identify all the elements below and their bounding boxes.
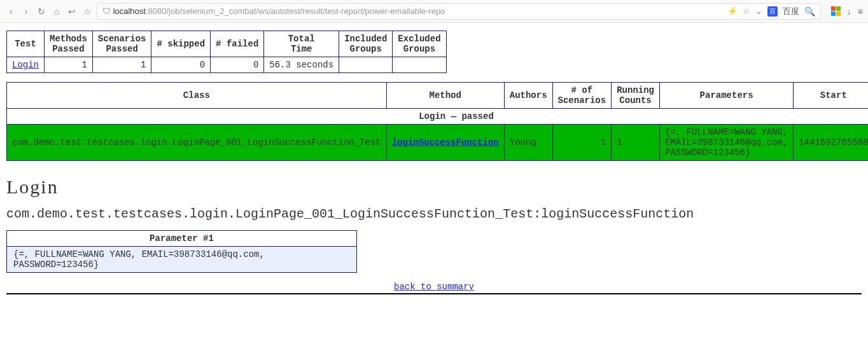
summary-header-excluded: ExcludedGroups [393,31,446,57]
details-running-counts: 1 [612,125,660,161]
back-link-wrap: back to summary [6,282,862,292]
details-method-link[interactable]: loginSuccessFunction [392,137,499,148]
summary-header-row: Test MethodsPassed ScenariosPassed # ski… [7,31,447,57]
summary-table: Test MethodsPassed ScenariosPassed # ski… [6,31,447,73]
summary-total-time: 56.3 seconds [264,57,339,73]
summary-test-link[interactable]: Login [12,60,39,70]
summary-row: Login 1 1 0 0 56.3 seconds [7,57,447,73]
chevron-down-icon[interactable]: ⌄ [755,6,762,16]
back-to-summary-link[interactable]: back to summary [394,282,474,292]
toolbar-right-icons: ↓ ≡ [825,6,863,17]
summary-header-included: IncludedGroups [339,31,393,57]
summary-excluded-groups [393,57,446,73]
details-header-scenarios: # ofScenarios [552,83,612,109]
details-header-authors: Authors [504,83,552,109]
summary-header-scenarios: ScenariosPassed [92,31,151,57]
summary-header-time: TotalTime [264,31,339,57]
details-method-cell: loginSuccessFunction [386,125,504,161]
summary-header-skipped: # skipped [151,31,211,57]
search-icon[interactable]: 🔍 [804,6,815,17]
details-header-row: Class Method Authors # ofScenarios Runni… [7,83,869,109]
details-table: Class Method Authors # ofScenarios Runni… [6,82,868,161]
summary-header-failed: # failed [211,31,264,57]
address-bar-right: ⚡ ☆ ⌄ 百 百度 🔍 [727,6,815,17]
section-heading: Login [6,176,862,198]
back-icon[interactable]: ‹ [5,6,17,17]
details-header-start: Start [794,83,868,109]
browser-toolbar: ‹ › ↻ ⌂ ↩ ☆ 🛡 localhost:8080/job/seleniu… [0,0,868,23]
summary-skipped: 0 [151,57,211,73]
bookmark-star-icon[interactable]: ☆ [81,6,93,17]
details-class: com.demo.test.testcases.login.LoginPage_… [7,125,387,161]
reload-icon[interactable]: ↻ [36,6,47,17]
details-start: 1441692765588 [794,125,868,161]
summary-scenarios-passed: 1 [92,57,151,73]
details-pass-row: com.demo.test.testcases.login.LoginPage_… [7,125,869,161]
summary-failed: 0 [211,57,264,73]
summary-included-groups [339,57,393,73]
horizontal-rule [6,293,862,294]
home-icon[interactable]: ⌂ [51,6,62,17]
menu-icon[interactable]: ≡ [858,6,863,17]
details-header-class: Class [7,83,387,109]
details-scenarios: 1 [552,125,612,161]
search-engine-badge: 百 [767,6,778,17]
details-section-row: Login — passed [7,109,869,125]
address-bar[interactable]: 🛡 localhost:8080/job/selenium_2_combat/w… [97,3,821,20]
details-authors: Young [504,125,552,161]
summary-methods-passed: 1 [45,57,93,73]
param-table: Parameter #1 {=, FULLNAME=WANG YANG, EMA… [6,230,357,273]
param-value: {=, FULLNAME=WANG YANG, EMAIL=398733146@… [7,247,357,273]
details-section-title: Login — passed [7,109,869,125]
bolt-icon[interactable]: ⚡ [727,6,738,16]
star-icon[interactable]: ☆ [743,6,750,16]
apps-grid-icon[interactable] [831,6,841,16]
undo-icon[interactable]: ↩ [66,6,78,17]
shield-icon: 🛡 [102,6,111,16]
page-content: Test MethodsPassed ScenariosPassed # ski… [0,23,868,302]
details-header-parameters: Parameters [659,83,793,109]
summary-header-test: Test [7,31,45,57]
summary-header-methods: MethodsPassed [45,31,93,57]
details-header-method: Method [386,83,504,109]
download-icon[interactable]: ↓ [847,6,851,17]
url-path: :8080/job/selenium_2_combat/ws/autotest/… [146,6,445,16]
param-header: Parameter #1 [7,231,357,247]
summary-test-link-cell: Login [7,57,45,73]
method-heading: com.demo.test.testcases.login.LoginPage_… [6,207,862,221]
search-engine-name: 百度 [783,6,799,17]
forward-icon[interactable]: › [20,6,32,17]
details-parameters: {=, FULLNAME=WANG YANG, EMAIL=398733146@… [659,125,793,161]
details-header-counts: RunningCounts [612,83,660,109]
url-host: localhost [113,6,146,16]
